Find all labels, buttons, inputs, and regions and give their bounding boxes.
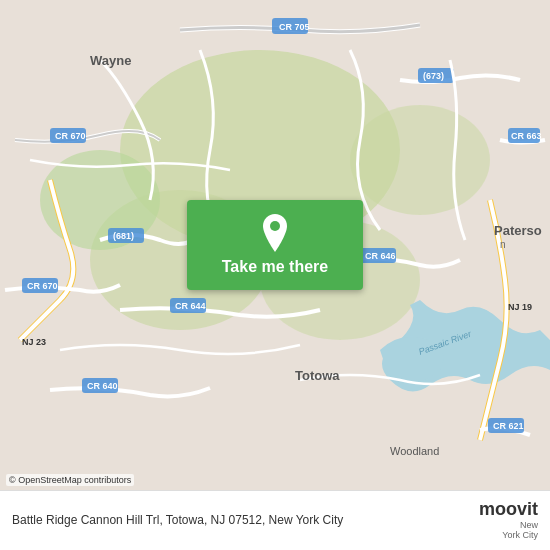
svg-text:CR 670: CR 670: [55, 131, 86, 141]
svg-text:NJ 19: NJ 19: [508, 302, 532, 312]
moovit-brand-name: moovit: [479, 499, 538, 520]
svg-text:Totowa: Totowa: [295, 368, 340, 383]
take-me-there-label: Take me there: [222, 258, 328, 276]
svg-text:CR 621: CR 621: [493, 421, 524, 431]
svg-text:CR 646: CR 646: [365, 251, 396, 261]
svg-text:Patersо: Patersо: [494, 223, 542, 238]
svg-text:(681): (681): [113, 231, 134, 241]
location-pin-icon: [259, 214, 291, 252]
svg-point-5: [350, 105, 490, 215]
svg-text:n: n: [500, 239, 506, 250]
bottom-bar: Battle Ridge Cannon Hill Trl, Totowa, NJ…: [0, 490, 550, 550]
svg-text:CR 640: CR 640: [87, 381, 118, 391]
svg-text:CR 663: CR 663: [511, 131, 542, 141]
svg-text:Wayne: Wayne: [90, 53, 131, 68]
address-text: Battle Ridge Cannon Hill Trl, Totowa, NJ…: [12, 512, 538, 529]
map-view: NJ 23 NJ 19 CR 705 CR 670 CR 670 (681) (…: [0, 0, 550, 490]
svg-text:CR 670: CR 670: [27, 281, 58, 291]
moovit-logo: moovit NewYork City: [479, 499, 538, 540]
svg-text:CR 705: CR 705: [279, 22, 310, 32]
svg-text:CR 644: CR 644: [175, 301, 206, 311]
svg-point-34: [270, 221, 280, 231]
svg-text:Woodland: Woodland: [390, 445, 439, 457]
osm-attribution: © OpenStreetMap contributors: [6, 474, 134, 486]
svg-text:NJ 23: NJ 23: [22, 337, 46, 347]
take-me-there-button[interactable]: Take me there: [187, 200, 363, 290]
svg-text:(673): (673): [423, 71, 444, 81]
moovit-city: NewYork City: [502, 520, 538, 540]
